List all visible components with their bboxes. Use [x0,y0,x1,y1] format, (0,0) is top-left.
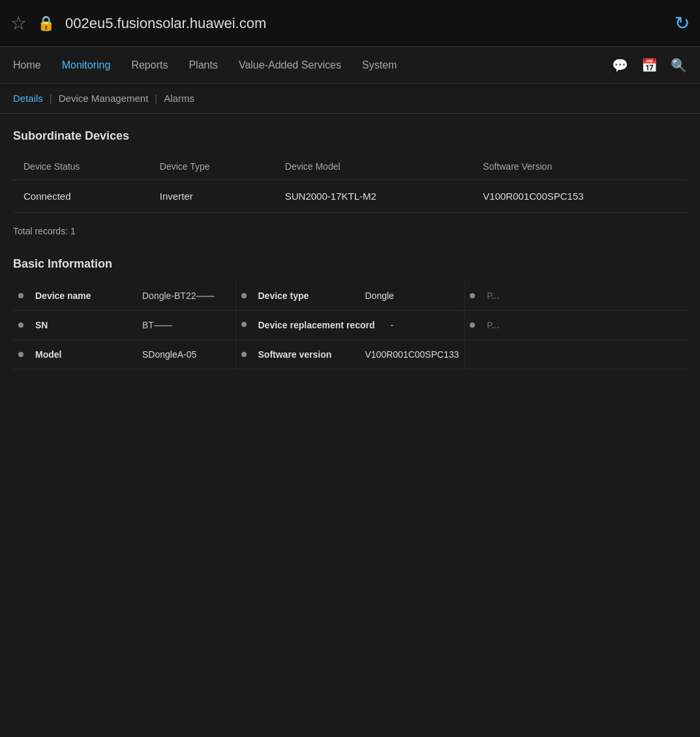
bullet-p1 [470,293,475,298]
info-cell-software-version: Software version V100R001C00SPC133 [236,340,464,369]
search-icon[interactable]: 🔍 [671,57,687,73]
col-header-status: Device Status [13,153,149,180]
bullet-replacement [241,322,247,327]
info-cell-sn: SN BT—— [13,311,236,340]
nav-item-monitoring[interactable]: Monitoring [62,57,111,74]
breadcrumb-device-management[interactable]: Device Management [59,93,149,104]
nav-item-value-added[interactable]: Value-Added Services [239,57,341,74]
reload-icon[interactable]: ↻ [675,12,690,34]
breadcrumb-details[interactable]: Details [13,93,43,104]
bullet-device-type [241,293,247,298]
bullet-sn [18,322,23,328]
lock-icon: 🔒 [37,15,55,32]
nav-item-system[interactable]: System [362,57,397,74]
nav-icon-group: 💬 📅 🔍 [612,57,687,73]
label-sn: SN [35,320,127,330]
col-header-type: Device Type [149,153,275,180]
main-content: Subordinate Devices Device Status Device… [0,114,700,385]
breadcrumb-sep-1: | [50,93,52,104]
info-cell-model: Model SDongleA-05 [13,340,236,369]
label-software-version: Software version [258,349,350,360]
subordinate-devices-title: Subordinate Devices [13,129,687,143]
url-bar[interactable]: 002eu5.fusionsolar.huawei.com [65,15,664,32]
info-row-2: SN BT—— Device replacement record - [13,311,687,340]
cell-software-version: V100R001C00SPC153 [472,180,687,213]
subordinate-devices-table: Device Status Device Type Device Model S… [13,153,687,213]
info-row-3: Model SDongleA-05 Software version V100R… [13,340,687,369]
bullet-model [18,352,23,357]
value-device-type: Dongle [365,290,394,301]
calendar-icon[interactable]: 📅 [641,57,658,73]
info-cell-empty [464,340,687,369]
bookmark-icon[interactable]: ☆ [10,12,27,34]
label-model: Model [35,349,127,360]
subordinate-devices-section: Subordinate Devices Device Status Device… [13,129,687,242]
value-sn: BT—— [142,320,172,330]
bullet-p2 [470,322,475,328]
info-cell-replacement: Device replacement record - [236,311,464,340]
info-cell-device-name: Device name Dongle-BT22—— [13,281,236,311]
nav-item-reports[interactable]: Reports [131,57,168,74]
breadcrumb-alarms[interactable]: Alarms [164,93,194,104]
table-row: Connected Inverter SUN2000-17KTL-M2 V100… [13,180,687,213]
total-records: Total records: 1 [13,221,687,242]
info-cell-p2: P... [464,311,687,340]
info-row-1: Device name Dongle-BT22—— Device type Do… [13,281,687,311]
label-p2: P... [487,320,578,330]
cell-type: Inverter [149,180,275,213]
message-icon[interactable]: 💬 [612,57,628,73]
basic-info-table: Device name Dongle-BT22—— Device type Do… [13,281,687,369]
cell-status: Connected [13,180,149,213]
label-device-type: Device type [258,290,350,301]
label-replacement: Device replacement record [258,320,375,330]
label-p1: P... [487,290,578,301]
basic-information-section: Basic Information Device name Dongle-BT2… [13,257,687,369]
col-header-software: Software Version [472,153,687,180]
value-software-version: V100R001C00SPC133 [365,349,459,360]
bullet-software-version [241,352,247,357]
bullet-device-name [18,293,23,298]
cell-model: SUN2000-17KTL-M2 [275,180,473,213]
value-replacement: - [390,320,393,330]
info-cell-p1: P... [464,281,687,311]
value-model: SDongleA-05 [142,349,196,360]
nav-item-home[interactable]: Home [13,57,41,74]
info-cell-device-type: Device type Dongle [236,281,464,311]
label-device-name: Device name [35,290,127,301]
nav-items: Home Monitoring Reports Plants Value-Add… [13,57,612,74]
nav-item-plants[interactable]: Plants [189,57,217,74]
browser-bar: ☆ 🔒 002eu5.fusionsolar.huawei.com ↻ [0,0,700,47]
breadcrumb-sep-2: | [155,93,157,104]
basic-information-title: Basic Information [13,257,687,271]
breadcrumb: Details | Device Management | Alarms [0,84,700,114]
nav-bar: Home Monitoring Reports Plants Value-Add… [0,47,700,84]
col-header-model: Device Model [275,153,473,180]
value-device-name: Dongle-BT22—— [142,290,215,301]
